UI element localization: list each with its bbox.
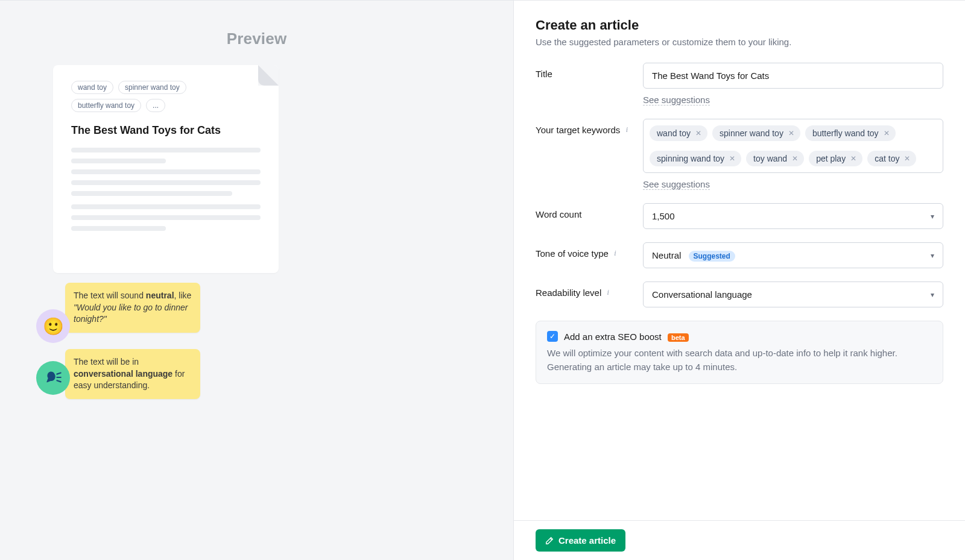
see-suggestions-link[interactable]: See suggestions [643, 95, 710, 105]
keyword-tag[interactable]: pet play✕ [809, 151, 862, 166]
remove-tag-icon[interactable]: ✕ [788, 129, 794, 137]
pencil-icon [545, 536, 554, 545]
tone-select[interactable]: Neutral Suggested ▾ [643, 242, 943, 268]
chevron-down-icon: ▾ [931, 291, 934, 299]
remove-tag-icon[interactable]: ✕ [904, 154, 910, 163]
preview-heading: Preview [0, 30, 513, 48]
remove-tag-icon[interactable]: ✕ [884, 129, 890, 137]
skeleton-line [71, 148, 261, 153]
page-fold-icon [258, 65, 279, 86]
keywords-input[interactable]: wand toy✕ spinner wand toy✕ butterfly wa… [643, 119, 943, 173]
keyword-tag[interactable]: butterfly wand toy✕ [805, 125, 896, 141]
label-keywords: Your target keywords i [536, 119, 632, 135]
chevron-down-icon: ▾ [931, 251, 934, 260]
preview-tag-row: wand toy spinner wand toy butterfly wand… [71, 81, 261, 112]
create-article-button[interactable]: Create article [536, 529, 625, 552]
tone-hint-bubble: The text will sound neutral, like "Would… [65, 283, 200, 333]
remove-tag-icon[interactable]: ✕ [729, 154, 735, 163]
info-icon[interactable]: i [611, 250, 619, 258]
keyword-tag[interactable]: wand toy✕ [650, 125, 707, 141]
remove-tag-icon[interactable]: ✕ [792, 154, 798, 163]
seo-label: Add an extra SEO boost beta [564, 332, 689, 342]
keyword-tag[interactable]: spinner wand toy✕ [712, 125, 800, 141]
smile-emoji-icon: 🙂 [36, 309, 70, 343]
beta-badge: beta [668, 333, 689, 342]
see-suggestions-link[interactable]: See suggestions [643, 179, 710, 190]
preview-tag: butterfly wand toy [71, 99, 141, 112]
title-input[interactable] [643, 63, 943, 89]
remove-tag-icon[interactable]: ✕ [850, 154, 856, 163]
remove-tag-icon[interactable]: ✕ [695, 129, 701, 137]
readability-select[interactable]: Conversational language ▾ [643, 282, 943, 307]
keyword-tag[interactable]: cat toy✕ [867, 151, 916, 166]
keyword-tag[interactable]: toy wand✕ [746, 151, 804, 166]
preview-tag: wand toy [71, 81, 113, 94]
form-pane: Create an article Use the suggested para… [513, 1, 965, 560]
page-subtitle: Use the suggested parameters or customiz… [536, 37, 943, 47]
skeleton-line [71, 159, 166, 163]
wordcount-select[interactable]: 1,500 ▾ [643, 203, 943, 229]
label-tone: Tone of voice type i [536, 242, 632, 259]
page-title: Create an article [536, 17, 943, 33]
skeleton-line [71, 215, 261, 220]
label-wordcount: Word count [536, 203, 632, 219]
info-icon[interactable]: i [604, 289, 612, 297]
skeleton-line [71, 191, 232, 196]
speaking-head-icon [36, 361, 70, 395]
info-icon[interactable]: i [622, 126, 631, 134]
label-title: Title [536, 63, 632, 79]
preview-pane: Preview wand toy spinner wand toy butter… [0, 1, 513, 560]
seo-checkbox[interactable]: ✓ [547, 331, 558, 342]
label-readability: Readability level i [536, 282, 632, 298]
keyword-tag[interactable]: spinning wand toy✕ [650, 151, 741, 166]
skeleton-line [71, 226, 166, 231]
skeleton-line [71, 204, 261, 209]
preview-tag-more: ... [146, 99, 165, 112]
preview-doc-title: The Best Wand Toys for Cats [71, 124, 261, 137]
chevron-down-icon: ▾ [931, 212, 934, 221]
seo-description: We will optimize your content with searc… [547, 347, 932, 374]
skeleton-line [71, 180, 261, 185]
skeleton-line [71, 169, 261, 174]
preview-tag: spinner wand toy [118, 81, 186, 94]
seo-boost-box: ✓ Add an extra SEO boost beta We will op… [536, 321, 943, 384]
suggested-badge: Suggested [689, 251, 735, 262]
preview-document: wand toy spinner wand toy butterfly wand… [53, 65, 279, 273]
readability-hint-bubble: The text will be in conversational langu… [65, 349, 200, 399]
